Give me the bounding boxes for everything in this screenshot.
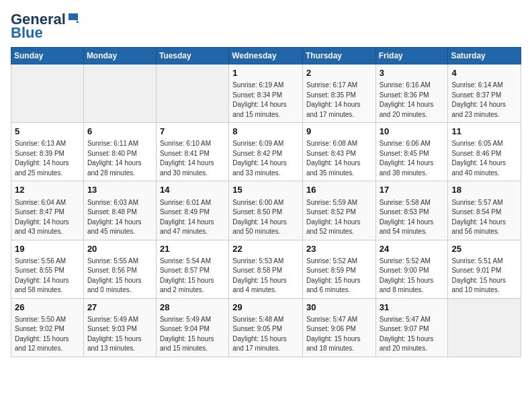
day-number: 23 [306,243,372,255]
cell-content: Sunrise: 6:13 AM Sunset: 8:39 PM Dayligh… [15,139,80,178]
calendar-cell: 16Sunrise: 5:59 AM Sunset: 8:52 PM Dayli… [302,181,375,240]
cell-content: Sunrise: 5:55 AM Sunset: 8:56 PM Dayligh… [87,257,152,295]
calendar-cell [156,64,228,123]
calendar-cell: 5Sunrise: 6:13 AM Sunset: 8:39 PM Daylig… [11,123,84,181]
day-number: 22 [232,243,299,255]
day-number: 4 [451,67,517,79]
cell-content: Sunrise: 5:53 AM Sunset: 8:58 PM Dayligh… [232,257,299,295]
day-number: 29 [232,302,299,314]
cell-content: Sunrise: 6:04 AM Sunset: 8:47 PM Dayligh… [15,198,80,237]
week-row-1: 1Sunrise: 6:19 AM Sunset: 8:34 PM Daylig… [11,64,521,123]
calendar-cell: 27Sunrise: 5:49 AM Sunset: 9:03 PM Dayli… [83,298,156,357]
calendar-cell: 31Sunrise: 5:47 AM Sunset: 9:07 PM Dayli… [375,298,448,357]
calendar-cell: 19Sunrise: 5:56 AM Sunset: 8:55 PM Dayli… [11,240,84,298]
cell-content: Sunrise: 5:47 AM Sunset: 9:07 PM Dayligh… [380,315,445,354]
calendar-cell: 14Sunrise: 6:01 AM Sunset: 8:49 PM Dayli… [156,181,228,240]
day-number: 28 [160,302,225,314]
calendar-header: SundayMondayTuesdayWednesdayThursdayFrid… [11,48,521,64]
col-header-wednesday: Wednesday [229,48,303,64]
calendar-cell [83,64,156,123]
cell-content: Sunrise: 5:50 AM Sunset: 9:02 PM Dayligh… [15,315,80,354]
col-header-saturday: Saturday [448,48,521,64]
calendar-cell: 29Sunrise: 5:48 AM Sunset: 9:05 PM Dayli… [229,298,303,357]
day-number: 25 [451,243,517,255]
calendar-cell: 13Sunrise: 6:03 AM Sunset: 8:48 PM Dayli… [83,181,156,240]
calendar-cell: 15Sunrise: 6:00 AM Sunset: 8:50 PM Dayli… [229,181,303,240]
logo-flag-icon [67,12,79,24]
col-header-friday: Friday [375,48,448,64]
week-row-2: 5Sunrise: 6:13 AM Sunset: 8:39 PM Daylig… [11,123,521,181]
day-number: 7 [160,126,225,138]
logo-blue: Blue [11,24,43,42]
day-number: 30 [306,302,372,314]
cell-content: Sunrise: 6:05 AM Sunset: 8:46 PM Dayligh… [451,139,517,178]
cell-content: Sunrise: 5:57 AM Sunset: 8:54 PM Dayligh… [451,198,517,237]
cell-content: Sunrise: 6:00 AM Sunset: 8:50 PM Dayligh… [232,198,299,237]
day-number: 15 [232,184,299,196]
cell-content: Sunrise: 6:10 AM Sunset: 8:41 PM Dayligh… [160,139,225,178]
calendar-cell: 1Sunrise: 6:19 AM Sunset: 8:34 PM Daylig… [229,64,303,123]
calendar-cell: 30Sunrise: 5:47 AM Sunset: 9:06 PM Dayli… [302,298,375,357]
day-number: 17 [380,184,445,196]
cell-content: Sunrise: 6:17 AM Sunset: 8:35 PM Dayligh… [306,81,372,120]
day-number: 12 [15,184,80,196]
calendar-cell: 18Sunrise: 5:57 AM Sunset: 8:54 PM Dayli… [448,181,521,240]
calendar-cell: 6Sunrise: 6:11 AM Sunset: 8:40 PM Daylig… [83,123,156,181]
cell-content: Sunrise: 6:06 AM Sunset: 8:45 PM Dayligh… [380,139,445,178]
calendar-cell: 22Sunrise: 5:53 AM Sunset: 8:58 PM Dayli… [229,240,303,298]
calendar-cell: 8Sunrise: 6:09 AM Sunset: 8:42 PM Daylig… [229,123,303,181]
cell-content: Sunrise: 6:16 AM Sunset: 8:36 PM Dayligh… [380,81,445,120]
calendar-cell: 4Sunrise: 6:14 AM Sunset: 8:37 PM Daylig… [448,64,521,123]
calendar-cell: 7Sunrise: 6:10 AM Sunset: 8:41 PM Daylig… [156,123,228,181]
calendar-cell: 28Sunrise: 5:49 AM Sunset: 9:04 PM Dayli… [156,298,228,357]
svg-marker-0 [69,13,78,20]
calendar-cell [11,64,84,123]
cell-content: Sunrise: 5:51 AM Sunset: 9:01 PM Dayligh… [451,257,517,295]
calendar-cell: 24Sunrise: 5:52 AM Sunset: 9:00 PM Dayli… [375,240,448,298]
logo: General Blue [11,11,79,42]
calendar-cell: 12Sunrise: 6:04 AM Sunset: 8:47 PM Dayli… [11,181,84,240]
day-number: 8 [232,126,299,138]
day-number: 31 [380,302,445,314]
week-row-4: 19Sunrise: 5:56 AM Sunset: 8:55 PM Dayli… [11,240,521,298]
calendar-cell [448,298,521,357]
day-number: 20 [87,243,152,255]
cell-content: Sunrise: 5:52 AM Sunset: 8:59 PM Dayligh… [306,257,372,295]
svg-marker-1 [77,20,79,23]
day-number: 5 [15,126,80,138]
day-number: 10 [380,126,445,138]
cell-content: Sunrise: 6:09 AM Sunset: 8:42 PM Dayligh… [232,139,299,178]
cell-content: Sunrise: 6:11 AM Sunset: 8:40 PM Dayligh… [87,139,152,178]
cell-content: Sunrise: 5:48 AM Sunset: 9:05 PM Dayligh… [232,315,299,354]
col-header-tuesday: Tuesday [156,48,228,64]
day-number: 1 [232,67,299,79]
cell-content: Sunrise: 6:19 AM Sunset: 8:34 PM Dayligh… [232,81,299,120]
cell-content: Sunrise: 6:14 AM Sunset: 8:37 PM Dayligh… [451,81,517,120]
day-number: 3 [380,67,445,79]
cell-content: Sunrise: 5:52 AM Sunset: 9:00 PM Dayligh… [380,257,445,295]
calendar-table: SundayMondayTuesdayWednesdayThursdayFrid… [11,47,521,357]
cell-content: Sunrise: 6:08 AM Sunset: 8:43 PM Dayligh… [306,139,372,178]
day-number: 21 [160,243,225,255]
calendar-cell: 10Sunrise: 6:06 AM Sunset: 8:45 PM Dayli… [375,123,448,181]
day-number: 6 [87,126,152,138]
day-number: 14 [160,184,225,196]
cell-content: Sunrise: 6:01 AM Sunset: 8:49 PM Dayligh… [160,198,225,237]
calendar-cell: 17Sunrise: 5:58 AM Sunset: 8:53 PM Dayli… [375,181,448,240]
col-header-sunday: Sunday [11,48,84,64]
calendar-cell: 20Sunrise: 5:55 AM Sunset: 8:56 PM Dayli… [83,240,156,298]
calendar-cell: 23Sunrise: 5:52 AM Sunset: 8:59 PM Dayli… [302,240,375,298]
cell-content: Sunrise: 5:47 AM Sunset: 9:06 PM Dayligh… [306,315,372,354]
calendar-cell: 3Sunrise: 6:16 AM Sunset: 8:36 PM Daylig… [375,64,448,123]
header-row: SundayMondayTuesdayWednesdayThursdayFrid… [11,48,521,64]
week-row-5: 26Sunrise: 5:50 AM Sunset: 9:02 PM Dayli… [11,298,521,357]
day-number: 11 [451,126,517,138]
day-number: 24 [380,243,445,255]
calendar-body: 1Sunrise: 6:19 AM Sunset: 8:34 PM Daylig… [11,64,521,357]
day-number: 2 [306,67,372,79]
day-number: 19 [15,243,80,255]
col-header-monday: Monday [83,48,156,64]
cell-content: Sunrise: 5:58 AM Sunset: 8:53 PM Dayligh… [380,198,445,237]
day-number: 13 [87,184,152,196]
calendar-cell: 2Sunrise: 6:17 AM Sunset: 8:35 PM Daylig… [302,64,375,123]
